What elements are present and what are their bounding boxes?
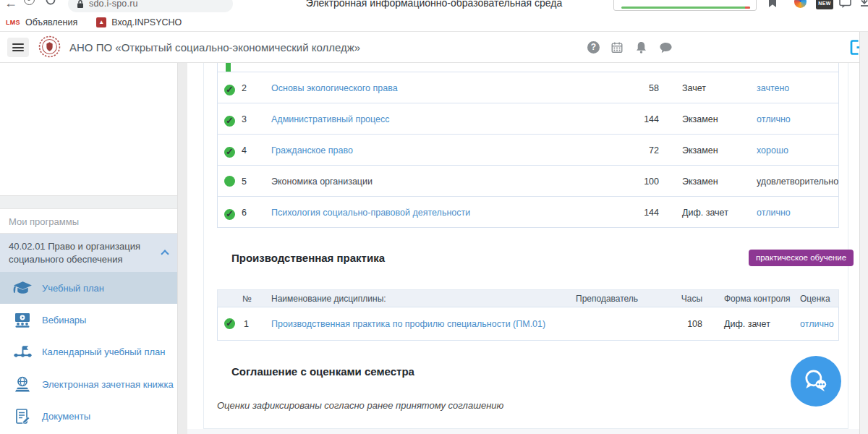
main-content: ✓ 2 Основы экологического права 58 Зачет… <box>187 63 859 434</box>
sidebar-item-documents[interactable]: Документы <box>0 400 177 432</box>
grade-text: удовлетворительно <box>757 176 838 187</box>
sidebar-item-gradebook[interactable]: Электронная зачетная книжка <box>0 368 177 400</box>
browser-back-icon[interactable]: ← <box>4 0 17 11</box>
table-row: ✓ 2 Основы экологического права 58 Зачет… <box>217 72 839 103</box>
extension-circle-icon[interactable] <box>24 0 35 5</box>
practice-heading: Производственная практика <box>231 252 385 264</box>
notifications-bell-icon[interactable] <box>634 41 648 54</box>
table-row: ✓ 6 Психология социально-правовой деятел… <box>217 196 839 228</box>
table-row: 5 Экономика организации 100 Экзамен удов… <box>217 165 839 197</box>
app-header: АНО ПО «Открытый социально-экономический… <box>0 32 868 63</box>
bookmark-inpsycho[interactable]: ▲ Вход.INPSYCHO <box>96 17 182 27</box>
card-left-border <box>203 63 204 428</box>
chat-fab-button[interactable] <box>791 356 841 407</box>
new-extension-badge[interactable]: NEW <box>816 0 833 9</box>
browser-extension-icon[interactable] <box>794 0 807 8</box>
sidebar-divider-band <box>0 195 177 209</box>
card-right-border <box>848 63 848 428</box>
program-header[interactable]: 40.02.01 Право и организация социального… <box>0 233 177 272</box>
college-logo <box>38 35 61 61</box>
browser-page-title: Электронная информационно-образовательна… <box>275 0 593 9</box>
discipline-link[interactable]: Психология социально-правовой деятельнос… <box>271 208 470 218</box>
inpsycho-emblem-icon: ▲ <box>96 17 106 27</box>
below-card-strip <box>187 429 859 434</box>
table-row: ✓ 1 Производственная практика по профилю… <box>217 307 839 341</box>
reviews-rating-bar <box>621 7 750 9</box>
grade-link[interactable]: отлично <box>757 114 791 124</box>
browser-chrome: ← sdo.i-spo.ru Электронная информационно… <box>0 0 868 13</box>
bookmarks-bar: LMS Объявления ▲ Вход.INPSYCHO <box>0 13 868 32</box>
grade-link[interactable]: хорошо <box>757 145 788 156</box>
help-icon[interactable]: ? <box>587 41 600 54</box>
discipline-link[interactable]: Основы экологического права <box>271 83 398 93</box>
messages-icon[interactable] <box>659 41 673 54</box>
discipline-link[interactable]: Производственная практика по профилю спе… <box>271 319 545 329</box>
browser-scrollbar[interactable] <box>859 32 868 434</box>
agreement-heading: Соглашение с оценками семестра <box>231 365 414 378</box>
grade-link[interactable]: зачтено <box>757 83 789 93</box>
document-pen-icon <box>10 400 35 432</box>
lms-icon: LMS <box>6 19 20 26</box>
url-bar[interactable]: sdo.i-spo.ru <box>68 0 233 12</box>
check-circle-icon: ✓ <box>223 145 237 159</box>
table-row: ✓ 3 Административный процесс 144 Экзамен… <box>217 103 839 135</box>
download-icon[interactable] <box>859 0 868 11</box>
url-text: sdo.i-spo.ru <box>89 0 138 9</box>
chevron-up-icon <box>161 250 169 258</box>
organization-title: АНО ПО «Открытый социально-экономический… <box>69 41 360 54</box>
reviews-text: 19 отзывов <box>624 0 665 1</box>
sidebar-item-calendar-plan[interactable]: Календарный учебный план <box>0 336 177 367</box>
bookmark-lms[interactable]: LMS Объявления <box>6 17 77 27</box>
practice-type-badge: практическое обучение <box>749 250 854 266</box>
chat-extension-icon[interactable] <box>839 0 851 12</box>
header-icons: ? <box>587 32 673 63</box>
menu-toggle-button[interactable] <box>7 38 29 57</box>
chat-bubbles-icon <box>801 367 830 395</box>
discipline-link[interactable]: Гражданское право <box>271 145 353 156</box>
check-circle-icon: ✓ <box>223 208 237 221</box>
milestones-flag-icon <box>10 336 35 367</box>
check-circle-icon: ✓ <box>223 114 237 128</box>
reviews-extension-popup[interactable]: 19 отзывов <box>613 0 757 11</box>
check-circle-icon: ✓ <box>223 317 237 331</box>
page: ← sdo.i-spo.ru Электронная информационно… <box>0 0 868 434</box>
practice-table-header: № Наименование дисциплины: Преподаватель… <box>217 289 839 307</box>
calendar-icon[interactable] <box>610 41 624 54</box>
discipline-text: Экономика организации <box>271 176 373 187</box>
bookmark-icon[interactable] <box>768 0 777 11</box>
globe-books-icon <box>10 368 35 400</box>
sidebar-item-webinars[interactable]: Вебинары <box>0 304 177 336</box>
webinar-icon <box>10 304 35 336</box>
table-row: ✓ 4 Гражданское право 72 Экзамен хорошо <box>217 134 839 166</box>
sidebar-section-label: Мои программы <box>9 216 79 227</box>
agreement-note: Оценки зафиксированы согласно ранее прин… <box>217 400 503 411</box>
progress-dot-icon <box>224 176 235 187</box>
lock-icon <box>77 0 84 9</box>
grade-link[interactable]: отлично <box>757 208 791 218</box>
grade-link[interactable]: отлично <box>800 319 834 329</box>
discipline-link[interactable]: Административный процесс <box>271 114 390 124</box>
browser-reload-icon[interactable] <box>45 0 56 9</box>
graduation-cap-icon <box>10 272 35 304</box>
check-circle-icon: ✓ <box>223 83 237 97</box>
sidebar-scrollbar[interactable] <box>177 63 187 434</box>
sidebar: Мои программы 40.02.01 Право и организац… <box>0 63 177 434</box>
sidebar-item-curriculum[interactable]: Учебный план <box>0 272 177 304</box>
